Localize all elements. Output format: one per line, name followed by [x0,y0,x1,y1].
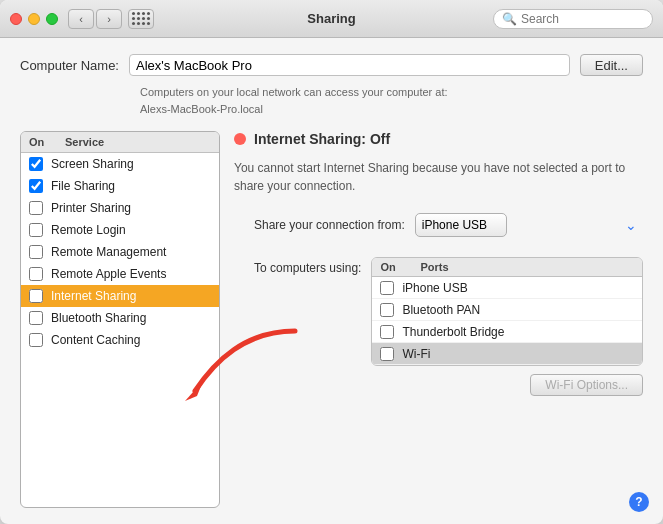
port-row[interactable]: iPhone USB [372,277,642,299]
share-from-select[interactable]: iPhone USB Wi-Fi Bluetooth PAN [415,213,507,237]
forward-button[interactable]: › [96,9,122,29]
service-name: Remote Login [51,223,126,237]
share-from-row: Share your connection from: iPhone USB W… [234,213,643,237]
status-desc: You cannot start Internet Sharing becaus… [234,159,643,195]
service-checkbox[interactable] [29,289,43,303]
window-title: Sharing [307,11,355,26]
titlebar: ‹ › Sharing 🔍 [0,0,663,38]
col-service-header: Service [65,136,104,148]
port-row[interactable]: Wi-Fi [372,343,642,365]
service-item[interactable]: Screen Sharing [21,153,219,175]
computer-name-input[interactable] [129,54,570,76]
service-name: Internet Sharing [51,289,136,303]
computer-name-sub: Computers on your local network can acce… [20,84,643,117]
service-name: Remote Apple Events [51,267,166,281]
wifi-options-row: Wi-Fi Options... [371,374,643,396]
ports-col-on: On [380,261,420,273]
service-items: Screen SharingFile SharingPrinter Sharin… [21,153,219,507]
service-list-header: On Service [21,132,219,153]
port-name: Bluetooth PAN [402,303,480,317]
service-item[interactable]: Bluetooth Sharing [21,307,219,329]
search-icon: 🔍 [502,12,517,26]
service-checkbox[interactable] [29,245,43,259]
service-checkbox[interactable] [29,157,43,171]
service-item[interactable]: File Sharing [21,175,219,197]
port-name: iPhone USB [402,281,467,295]
port-checkbox[interactable] [380,325,394,339]
sharing-status: Internet Sharing: Off [234,131,643,147]
port-checkbox[interactable] [380,347,394,361]
service-checkbox[interactable] [29,311,43,325]
service-name: Screen Sharing [51,157,134,171]
search-input[interactable] [521,12,641,26]
service-list: On Service Screen SharingFile SharingPri… [20,131,220,508]
port-name: Wi-Fi [402,347,430,361]
port-row[interactable]: Thunderbolt Bridge [372,321,642,343]
service-item[interactable]: Remote Login [21,219,219,241]
share-from-select-wrapper[interactable]: iPhone USB Wi-Fi Bluetooth PAN [415,213,643,237]
back-button[interactable]: ‹ [68,9,94,29]
to-computers-section: To computers using: On Ports iPhone USBB… [234,257,643,396]
col-on-header: On [29,136,65,148]
service-checkbox[interactable] [29,223,43,237]
split-area: On Service Screen SharingFile SharingPri… [20,131,643,508]
status-title: Internet Sharing: Off [254,131,390,147]
service-name: Remote Management [51,245,166,259]
port-row[interactable]: Bluetooth PAN [372,299,642,321]
share-from-label: Share your connection from: [254,218,405,232]
service-item[interactable]: Remote Apple Events [21,263,219,285]
service-checkbox[interactable] [29,179,43,193]
service-item[interactable]: Remote Management [21,241,219,263]
ports-header: On Ports [372,258,642,277]
service-checkbox[interactable] [29,333,43,347]
service-checkbox[interactable] [29,201,43,215]
ports-container: iPhone USBBluetooth PANThunderbolt Bridg… [372,277,642,365]
service-name: Printer Sharing [51,201,131,215]
service-item[interactable]: Content Caching [21,329,219,351]
help-button[interactable]: ? [629,492,649,512]
wifi-options-button[interactable]: Wi-Fi Options... [530,374,643,396]
nav-buttons: ‹ › [68,9,122,29]
right-panel: Internet Sharing: Off You cannot start I… [234,131,643,508]
minimize-button[interactable] [28,13,40,25]
ports-table: On Ports iPhone USBBluetooth PANThunderb… [371,257,643,366]
service-item[interactable]: Internet Sharing [21,285,219,307]
ports-col-name: Ports [420,261,448,273]
sub-line2: Alexs-MacBook-Pro.local [140,103,263,115]
service-checkbox[interactable] [29,267,43,281]
computer-name-label: Computer Name: [20,58,119,73]
sub-line1: Computers on your local network can acce… [140,86,448,98]
search-box[interactable]: 🔍 [493,9,653,29]
edit-button[interactable]: Edit... [580,54,643,76]
status-dot [234,133,246,145]
service-name: Bluetooth Sharing [51,311,146,325]
service-name: Content Caching [51,333,140,347]
port-checkbox[interactable] [380,281,394,295]
port-name: Thunderbolt Bridge [402,325,504,339]
port-checkbox[interactable] [380,303,394,317]
traffic-lights [10,13,58,25]
service-item[interactable]: Printer Sharing [21,197,219,219]
close-button[interactable] [10,13,22,25]
service-name: File Sharing [51,179,115,193]
computer-name-row: Computer Name: Edit... [20,54,643,76]
grid-button[interactable] [128,9,154,29]
maximize-button[interactable] [46,13,58,25]
to-computers-label: To computers using: [254,257,361,396]
content-area: Computer Name: Edit... Computers on your… [0,38,663,524]
